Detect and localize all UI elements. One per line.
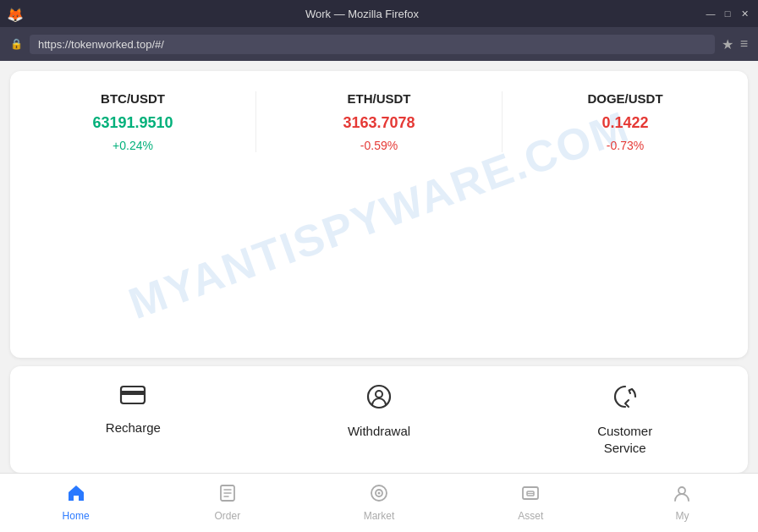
svg-rect-1 — [121, 391, 145, 395]
window-title: Work — Mozilla Firefox — [27, 8, 697, 20]
svg-point-3 — [376, 391, 382, 398]
url-box[interactable]: https://tokenworked.top/#/ — [30, 35, 715, 54]
price-card-eth[interactable]: ETH/USDT 3163.7078 -0.59% — [255, 91, 502, 152]
titlebar: 🦊 Work — Mozilla Firefox — □ ✕ — [0, 0, 758, 27]
price-card-doge[interactable]: DOGE/USDT 0.1422 -0.73% — [502, 91, 748, 152]
my-label: My — [675, 510, 689, 522]
eth-price-value: 3163.7078 — [270, 114, 488, 132]
doge-pair-label: DOGE/USDT — [516, 91, 734, 106]
customer-service-icon — [612, 383, 639, 416]
btc-pair-label: BTC/USDT — [24, 91, 242, 106]
asset-label: Asset — [518, 510, 543, 522]
main-content: MYANTISPYWARE.COM BTC/USDT 63191.9510 +0… — [0, 61, 758, 473]
my-icon — [673, 484, 691, 507]
btc-price-value: 63191.9510 — [24, 114, 242, 132]
doge-price-value: 0.1422 — [516, 114, 734, 132]
withdrawal-icon — [365, 383, 393, 416]
order-label: Order — [214, 510, 240, 522]
nav-market[interactable]: Market — [303, 484, 454, 522]
maximize-button[interactable]: □ — [721, 7, 734, 20]
addressbar: 🔒 https://tokenworked.top/#/ ★ ≡ — [0, 27, 758, 61]
btc-price-change: +0.24% — [24, 139, 242, 152]
eth-price-change: -0.59% — [270, 139, 488, 152]
withdrawal-button[interactable]: Withdrawal — [256, 383, 503, 456]
url-text: https://tokenworked.top/#/ — [38, 38, 164, 51]
nav-asset[interactable]: Asset — [455, 484, 607, 522]
bookmark-icon[interactable]: ★ — [722, 36, 733, 52]
window-controls: — □ ✕ — [704, 7, 751, 20]
home-label: Home — [63, 510, 90, 522]
menu-icon[interactable]: ≡ — [740, 36, 748, 52]
asset-icon — [521, 484, 540, 507]
price-section: MYANTISPYWARE.COM BTC/USDT 63191.9510 +0… — [10, 71, 748, 358]
nav-home[interactable]: Home — [0, 484, 151, 522]
recharge-button[interactable]: Recharge — [10, 383, 256, 456]
eth-pair-label: ETH/USDT — [270, 91, 488, 106]
home-icon — [67, 484, 85, 507]
customer-service-label: CustomerService — [597, 423, 652, 456]
recharge-icon — [119, 383, 146, 413]
price-card-btc[interactable]: BTC/USDT 63191.9510 +0.24% — [10, 91, 255, 152]
svg-point-14 — [678, 487, 685, 494]
recharge-label: Recharge — [106, 420, 161, 436]
nav-my[interactable]: My — [607, 484, 758, 522]
nav-order[interactable]: Order — [151, 484, 303, 522]
doge-price-change: -0.73% — [516, 139, 734, 152]
firefox-icon: 🦊 — [7, 7, 20, 20]
withdrawal-label: Withdrawal — [348, 423, 410, 440]
actions-section: Recharge Withdrawal — [10, 366, 748, 473]
minimize-button[interactable]: — — [704, 7, 717, 20]
order-icon — [218, 484, 237, 507]
customer-service-button[interactable]: CustomerService — [502, 383, 748, 456]
market-label: Market — [364, 510, 395, 522]
security-icon: 🔒 — [10, 38, 23, 50]
close-button[interactable]: ✕ — [738, 7, 751, 20]
market-icon — [370, 484, 388, 507]
svg-point-10 — [378, 492, 381, 495]
bottom-nav: Home Order Market — [0, 473, 758, 532]
